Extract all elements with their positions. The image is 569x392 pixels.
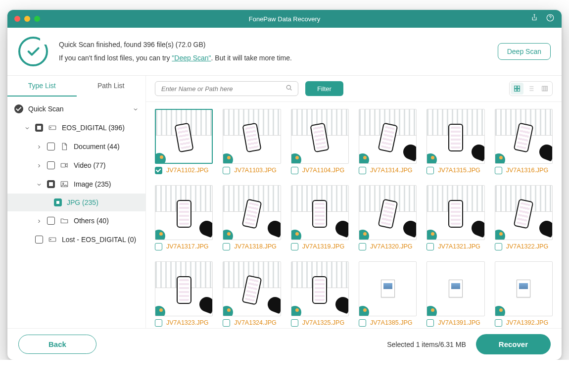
tree-quick-scan[interactable]: Quick Scan xyxy=(7,99,145,118)
file-thumbnail[interactable] xyxy=(495,109,553,164)
search-input-wrap[interactable] xyxy=(155,81,298,96)
file-thumbnail[interactable] xyxy=(155,261,213,316)
file-checkbox[interactable] xyxy=(155,319,162,327)
file-name: JV7A1324.JPG xyxy=(234,319,276,326)
tree-node-jpg[interactable]: JPG (235) xyxy=(7,194,145,211)
checkbox[interactable] xyxy=(35,236,43,244)
file-doc-icon xyxy=(449,280,463,297)
file-thumbnail[interactable] xyxy=(427,109,484,164)
file-name: JV7A1320.JPG xyxy=(370,243,412,250)
help-icon[interactable] xyxy=(546,13,555,24)
file-thumbnail[interactable] xyxy=(223,109,281,164)
tree-label: Video (77) xyxy=(74,161,105,169)
file-checkbox[interactable] xyxy=(359,319,366,327)
file-name: JV7A1103.JPG xyxy=(234,167,276,174)
chevron-down-icon[interactable] xyxy=(24,125,30,131)
tree-label: Others (40) xyxy=(74,217,109,225)
svg-point-7 xyxy=(50,239,51,240)
titlebar: FonePaw Data Recovery xyxy=(7,10,562,28)
tree-node-document[interactable]: Document (44) xyxy=(7,137,145,156)
tree-node-lost[interactable]: Lost - EOS_DIGITAL (0) xyxy=(7,230,145,249)
file-meta: JV7A1325.JPG xyxy=(291,319,349,327)
deep-scan-button[interactable]: Deep Scan xyxy=(498,43,551,60)
grid-view-button[interactable] xyxy=(511,83,523,95)
chevron-right-icon[interactable] xyxy=(36,162,42,168)
file-checkbox[interactable] xyxy=(359,243,366,250)
file-checkbox[interactable] xyxy=(223,167,230,174)
search-input[interactable] xyxy=(160,85,285,93)
file-checkbox[interactable] xyxy=(427,243,434,250)
file-checkbox[interactable] xyxy=(291,167,298,174)
checkbox[interactable] xyxy=(47,161,55,169)
chevron-right-icon[interactable] xyxy=(36,218,42,224)
sidebar-tabs: Type List Path List xyxy=(7,76,145,97)
tree-node-video[interactable]: Video (77) xyxy=(7,156,145,175)
file-checkbox[interactable] xyxy=(495,167,502,174)
list-view-button[interactable] xyxy=(524,83,537,95)
file-item: JV7A1392.JPG xyxy=(495,261,553,327)
minimize-window-button[interactable] xyxy=(24,16,30,22)
file-checkbox[interactable] xyxy=(155,167,162,174)
file-thumbnail[interactable] xyxy=(427,185,484,240)
file-meta: JV7A1323.JPG xyxy=(155,319,213,327)
file-checkbox[interactable] xyxy=(427,319,434,327)
file-meta: JV7A1385.JPG xyxy=(359,319,417,327)
file-item: JV7A1323.JPG xyxy=(155,261,213,327)
tree-node-others[interactable]: Others (40) xyxy=(7,211,145,230)
file-checkbox[interactable] xyxy=(359,167,366,174)
tab-path-list[interactable]: Path List xyxy=(77,76,146,97)
file-checkbox[interactable] xyxy=(291,319,298,327)
checkbox[interactable] xyxy=(47,143,55,150)
checkbox-mixed[interactable] xyxy=(47,180,55,188)
traffic-lights xyxy=(14,16,40,22)
file-thumbnail[interactable] xyxy=(291,261,349,316)
file-thumbnail[interactable] xyxy=(155,109,213,164)
file-checkbox[interactable] xyxy=(427,167,434,174)
close-window-button[interactable] xyxy=(14,16,20,22)
app-window: FonePaw Data Recovery Quick Scan finishe… xyxy=(7,10,562,360)
checkbox-mixed[interactable] xyxy=(54,198,62,206)
chevron-right-icon[interactable] xyxy=(36,144,42,149)
file-name: JV7A1321.JPG xyxy=(438,243,480,250)
svg-rect-12 xyxy=(518,89,520,92)
checkbox[interactable] xyxy=(47,217,55,225)
tab-type-list[interactable]: Type List xyxy=(7,76,77,97)
file-checkbox[interactable] xyxy=(291,243,298,250)
chevron-down-icon[interactable] xyxy=(133,106,139,112)
filter-button[interactable]: Filter xyxy=(305,81,343,96)
svg-rect-3 xyxy=(61,163,65,167)
file-name: JV7A1323.JPG xyxy=(166,319,208,326)
maximize-window-button[interactable] xyxy=(34,16,40,22)
column-view-button[interactable] xyxy=(538,83,551,95)
file-name: JV7A1385.JPG xyxy=(370,319,412,326)
recover-button[interactable]: Recover xyxy=(476,334,551,354)
file-thumbnail[interactable] xyxy=(359,109,417,164)
file-thumbnail[interactable] xyxy=(495,261,553,316)
file-thumbnail[interactable] xyxy=(291,109,349,164)
file-checkbox[interactable] xyxy=(495,243,502,250)
tree-node-image[interactable]: Image (235) xyxy=(7,175,145,194)
tree-node-eos[interactable]: EOS_DIGITAL (396) xyxy=(7,118,145,137)
file-thumbnail[interactable] xyxy=(359,261,417,316)
footer: Back Selected 1 items/6.31 MB Recover xyxy=(7,328,562,360)
file-thumbnail[interactable] xyxy=(359,185,417,240)
file-thumbnail[interactable] xyxy=(427,261,484,316)
phone-icon xyxy=(312,276,327,304)
file-checkbox[interactable] xyxy=(495,319,502,327)
file-thumbnail[interactable] xyxy=(291,185,349,240)
deep-scan-link[interactable]: "Deep Scan" xyxy=(172,54,211,62)
file-thumbnail[interactable] xyxy=(223,185,281,240)
chevron-down-icon[interactable] xyxy=(36,181,42,187)
video-icon xyxy=(60,161,69,170)
back-button[interactable]: Back xyxy=(18,335,96,354)
checkbox-mixed[interactable] xyxy=(35,124,43,132)
file-checkbox[interactable] xyxy=(223,243,230,250)
file-thumbnail[interactable] xyxy=(223,261,281,316)
file-thumbnail[interactable] xyxy=(155,185,213,240)
share-icon[interactable] xyxy=(530,13,539,24)
file-thumbnail[interactable] xyxy=(495,185,553,240)
file-checkbox[interactable] xyxy=(223,319,230,327)
file-checkbox[interactable] xyxy=(155,243,162,250)
file-name: JV7A1322.JPG xyxy=(506,243,548,250)
file-meta: JV7A1391.JPG xyxy=(427,319,484,327)
